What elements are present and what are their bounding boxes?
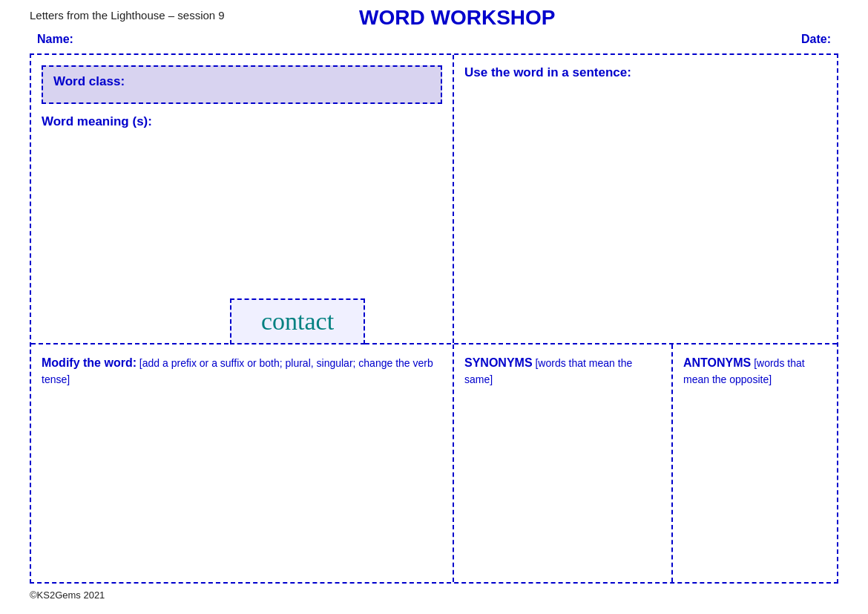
word-class-box: Word class:	[42, 65, 442, 104]
word-meaning-label: Word meaning (s):	[42, 114, 442, 129]
top-section: Word class: Word meaning (s): contact Us…	[31, 55, 837, 344]
word-divider-container: contact	[42, 298, 442, 343]
word-box: contact	[230, 298, 365, 344]
synonyms-panel: SYNONYMS [words that mean the same]	[454, 344, 673, 582]
use-word-label: Use the word in a sentence:	[464, 65, 826, 80]
antonyms-bold-text: ANTONYMS	[683, 356, 751, 369]
antonyms-panel: ANTONYMS [words that mean the opposite]	[673, 344, 837, 582]
synonyms-bold-text: SYNONYMS	[464, 356, 533, 369]
word-meaning-area	[42, 135, 442, 298]
footer: ©KS2Gems 2021	[30, 589, 838, 601]
antonyms-label: ANTONYMS [words that mean the opposite]	[683, 355, 826, 388]
word-text: contact	[261, 307, 334, 335]
date-label: Date:	[801, 33, 831, 46]
word-class-label: Word class:	[53, 74, 125, 88]
modify-bold-text: Modify the word:	[42, 356, 137, 369]
modify-label: Modify the word: [add a prefix or a suff…	[42, 355, 442, 388]
name-date-row: Name: Date:	[30, 33, 838, 46]
bottom-section: Modify the word: [add a prefix or a suff…	[31, 344, 837, 582]
main-container: Word class: Word meaning (s): contact Us…	[30, 53, 838, 584]
modify-panel: Modify the word: [add a prefix or a suff…	[31, 344, 454, 582]
copyright-text: ©KS2Gems 2021	[30, 589, 105, 601]
page: Letters from the Lighthouse – session 9 …	[0, 0, 868, 614]
page-title: WORD WORKSHOP	[225, 6, 690, 30]
session-label: Letters from the Lighthouse – session 9	[30, 9, 225, 22]
synonyms-label: SYNONYMS [words that mean the same]	[464, 355, 661, 388]
right-panel: Use the word in a sentence:	[454, 55, 837, 343]
left-panel: Word class: Word meaning (s): contact	[31, 55, 454, 343]
top-header: Letters from the Lighthouse – session 9 …	[30, 9, 838, 30]
name-label: Name:	[37, 33, 73, 46]
